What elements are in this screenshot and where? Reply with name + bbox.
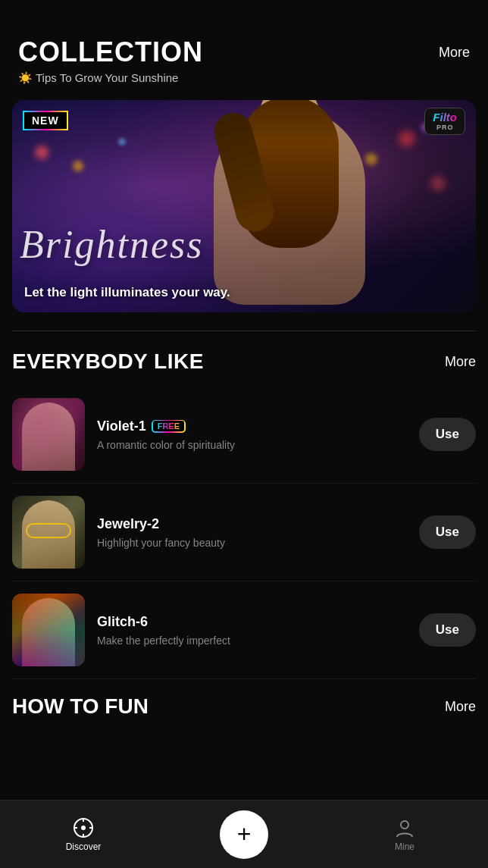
filto-pro-text: PRO xyxy=(436,124,454,132)
discover-icon xyxy=(73,817,94,838)
filter-thumb-jewelry xyxy=(12,496,85,569)
discover-label: Discover xyxy=(66,841,102,852)
filter-description: Highlight your fancy beauty xyxy=(97,537,407,549)
sun-icon: ☀️ xyxy=(18,71,33,85)
use-button-glitch[interactable]: Use xyxy=(419,613,476,647)
header: COLLECTION More ☀️Tips To Grow Your Suns… xyxy=(0,0,488,91)
plus-icon: + xyxy=(237,820,252,848)
collection-more-button[interactable]: More xyxy=(439,45,470,61)
everybody-like-section: EVERYBODY LIKE More Violet-1 FREE A roma… xyxy=(0,349,488,679)
svg-point-6 xyxy=(401,821,408,829)
section-title-everybody-like: EVERYBODY LIKE xyxy=(12,349,204,374)
subtitle: ☀️Tips To Grow Your Sunshine xyxy=(18,71,470,85)
nav-item-mine[interactable]: Mine xyxy=(374,817,435,852)
filter-name-row: Jewelry-2 xyxy=(97,516,407,532)
filter-info-violet: Violet-1 FREE A romantic color of spirit… xyxy=(97,418,407,451)
nav-item-discover[interactable]: Discover xyxy=(53,817,114,852)
section-header-everybody-like: EVERYBODY LIKE More xyxy=(0,349,488,374)
bokeh-light xyxy=(35,146,48,159)
filter-info-glitch: Glitch-6 Make the perfectly imperfect xyxy=(97,614,407,647)
thumb-person xyxy=(22,403,75,471)
filter-item-jewelry: Jewelry-2 Highlight your fancy beauty Us… xyxy=(12,484,476,581)
bokeh-light xyxy=(399,130,415,147)
svg-point-1 xyxy=(81,826,86,830)
glasses-overlay xyxy=(26,523,71,538)
thumb-person xyxy=(22,500,75,569)
filter-description: Make the perfectly imperfect xyxy=(97,635,407,647)
page-title: COLLECTION xyxy=(18,36,203,68)
everybody-like-more-button[interactable]: More xyxy=(445,354,476,370)
bokeh-light xyxy=(118,138,126,146)
bokeh-light xyxy=(73,161,83,171)
section-divider xyxy=(12,331,476,331)
filter-name-row: Violet-1 FREE xyxy=(97,418,407,434)
hero-banner[interactable]: NEW Filto PRO Brightness Let the light i… xyxy=(12,100,476,312)
filter-thumb-violet xyxy=(12,398,85,471)
filter-item-glitch: Glitch-6 Make the perfectly imperfect Us… xyxy=(12,581,476,679)
filto-logo-text: Filto xyxy=(433,111,457,124)
filter-name-row: Glitch-6 xyxy=(97,614,407,630)
new-badge: NEW xyxy=(23,111,68,130)
bokeh-light xyxy=(430,176,446,191)
thumb-person xyxy=(22,598,75,666)
filter-info-jewelry: Jewelry-2 Highlight your fancy beauty xyxy=(97,516,407,549)
how-to-fun-section: HOW TO FUN More xyxy=(0,679,488,719)
mine-label: Mine xyxy=(395,841,414,852)
hero-person xyxy=(214,108,365,305)
how-to-fun-title: HOW TO FUN xyxy=(12,694,149,719)
filter-description: A romantic color of spirituality xyxy=(97,439,407,451)
how-to-fun-header: HOW TO FUN More xyxy=(12,694,476,719)
filter-list: Violet-1 FREE A romantic color of spirit… xyxy=(0,386,488,679)
filter-thumb-glitch xyxy=(12,594,85,666)
hero-caption: Let the light illuminates your way. xyxy=(24,285,464,300)
hero-filter-name: Brightness xyxy=(20,222,468,267)
nav-spacer xyxy=(0,719,488,794)
bottom-navigation: Discover + Mine xyxy=(0,800,488,868)
how-to-fun-more-button[interactable]: More xyxy=(445,699,476,715)
free-badge: FREE xyxy=(152,420,185,432)
filter-name: Jewelry-2 xyxy=(97,516,159,532)
filter-name: Glitch-6 xyxy=(97,614,148,630)
mine-icon xyxy=(394,817,415,838)
use-button-jewelry[interactable]: Use xyxy=(419,515,476,549)
filter-item-violet: Violet-1 FREE A romantic color of spirit… xyxy=(12,386,476,484)
filter-name: Violet-1 xyxy=(97,418,146,434)
plus-button[interactable]: + xyxy=(220,810,268,859)
bokeh-light xyxy=(365,153,377,165)
filto-logo: Filto PRO xyxy=(424,108,465,135)
use-button-violet[interactable]: Use xyxy=(419,418,476,451)
